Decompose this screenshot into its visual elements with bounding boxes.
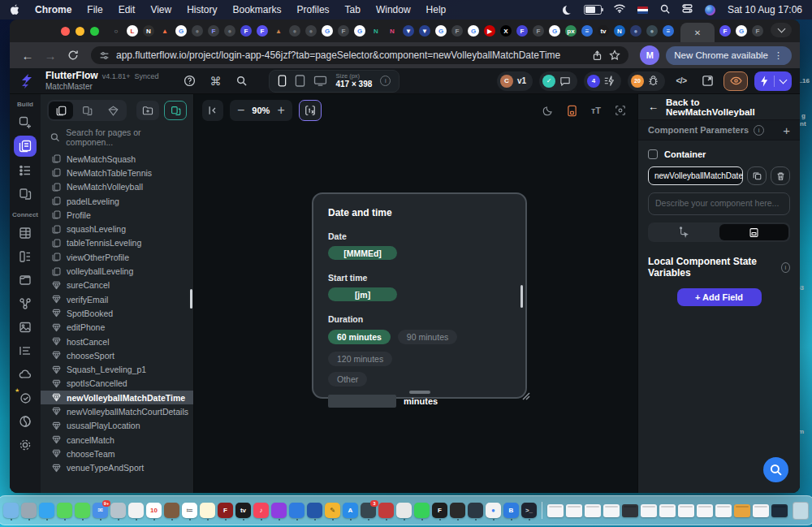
pinned-tab[interactable]: ≡ — [581, 25, 593, 37]
dock-minimized-window[interactable] — [659, 504, 676, 517]
pinned-tab[interactable]: N — [370, 25, 382, 37]
device-frame-toggle-icon[interactable] — [563, 105, 581, 117]
container-checkbox[interactable] — [648, 149, 658, 159]
page-list-item[interactable]: Profile — [41, 208, 193, 222]
rail-api-calls-button[interactable] — [14, 292, 37, 315]
branch-pill[interactable]: C v1 — [497, 71, 533, 91]
page-list-item[interactable]: padelLeveling — [41, 194, 193, 208]
dark-mode-toggle-icon[interactable] — [538, 106, 556, 116]
checks-pill[interactable]: ✓ — [539, 71, 577, 91]
pinned-tab[interactable]: ● — [646, 25, 658, 37]
dock-app-icon[interactable] — [164, 503, 179, 518]
duration-chip[interactable]: 90 minutes — [398, 330, 457, 344]
custom-minutes-input[interactable] — [328, 395, 396, 408]
pinned-tab[interactable]: F — [208, 25, 219, 37]
pinned-tab[interactable]: ▲ — [273, 25, 284, 37]
dock-app-icon[interactable] — [128, 503, 144, 518]
card-resize-handle[interactable] — [522, 389, 530, 404]
pinned-tab[interactable]: F — [516, 25, 528, 37]
dock-minimized-window[interactable] — [547, 504, 564, 517]
delete-component-button[interactable] — [771, 166, 790, 185]
component-list-item[interactable]: chooseTeam — [41, 447, 193, 460]
actions-pill[interactable]: 4 — [584, 71, 621, 91]
add-parameter-button[interactable]: + — [783, 123, 790, 137]
url-text[interactable]: app.flutterflow.io/project/login-app-456… — [116, 50, 585, 61]
page-list-item[interactable]: NewMatchSquash — [41, 152, 193, 166]
pinned-tab[interactable]: ▲ — [159, 25, 171, 37]
menu-file[interactable]: File — [87, 4, 102, 15]
minimize-window-button[interactable] — [76, 27, 84, 36]
date-value-pill[interactable]: [MMMEd] — [328, 246, 397, 260]
component-list-item[interactable]: chooseSport — [41, 348, 193, 362]
dock-app-icon[interactable]: ✎ — [325, 503, 340, 518]
pinned-tab[interactable]: ≡ — [663, 25, 674, 37]
card-scrollbar[interactable] — [520, 285, 523, 308]
chrome-update-pill[interactable]: New Chrome available ⋮ — [666, 46, 792, 65]
address-bar[interactable]: app.flutterflow.io/project/login-app-456… — [91, 46, 628, 64]
dock-minimized-window[interactable] — [641, 504, 657, 517]
pinned-tab[interactable]: N — [143, 25, 154, 37]
component-list-item[interactable]: newVolleyballMatchCourtDetails — [41, 404, 193, 418]
dock-app-icon[interactable]: >_ — [521, 503, 537, 518]
component-list-item[interactable]: newVolleyballMatchDateTime — [41, 391, 193, 404]
tablet-preview-button[interactable] — [295, 75, 305, 87]
duration-chip[interactable]: 60 minutes — [328, 330, 391, 344]
desktop-preview-button[interactable] — [313, 76, 327, 86]
phone-preview-button[interactable] — [278, 75, 287, 87]
page-list-item[interactable]: NewMatchVolleyball — [41, 180, 193, 194]
command-palette-icon[interactable]: ⌘ — [205, 72, 225, 90]
menu-profiles[interactable]: Profiles — [297, 4, 330, 15]
rail-page-selector-button[interactable] — [14, 136, 37, 157]
view-code-button[interactable]: </> — [672, 72, 691, 90]
run-button[interactable] — [754, 71, 792, 91]
component-list-item[interactable]: sureCancel — [41, 279, 193, 292]
copy-component-button[interactable] — [747, 166, 767, 185]
rail-app-values-button[interactable] — [14, 339, 37, 362]
pinned-tab[interactable]: F — [533, 25, 544, 37]
pinned-tab[interactable]: F — [451, 25, 463, 37]
pinned-tab[interactable]: G — [468, 25, 479, 37]
component-list-item[interactable]: spotIsCancelled — [41, 377, 193, 391]
page-list-item[interactable]: tableTennisLeveling — [41, 236, 193, 250]
dock-app-icon[interactable] — [450, 503, 465, 518]
menu-window[interactable]: Window — [376, 4, 411, 15]
start-time-label[interactable]: Start time — [328, 273, 511, 283]
component-list-item[interactable]: editPhone — [41, 321, 193, 335]
wifi-icon[interactable] — [614, 4, 625, 15]
open-in-new-button[interactable] — [698, 72, 717, 90]
dock-app-icon[interactable]: A — [343, 503, 358, 518]
canvas-settings-icon[interactable] — [611, 105, 629, 116]
browser-menu-icon[interactable]: ⋮ — [774, 50, 784, 61]
input-language-flag-icon[interactable] — [637, 6, 648, 14]
dock-minimized-window[interactable] — [753, 504, 769, 517]
dock-app-icon[interactable] — [396, 503, 412, 518]
back-button[interactable]: ← — [18, 45, 37, 65]
dock-app-icon[interactable]: F — [432, 503, 447, 518]
page-list-scrollbar[interactable] — [190, 289, 192, 309]
siri-icon[interactable] — [705, 5, 715, 15]
dock-app-icon[interactable]: ✉9+ — [93, 503, 108, 518]
pinned-tab[interactable]: L — [127, 25, 138, 37]
dock-app-icon[interactable] — [414, 503, 430, 518]
pinned-tab[interactable]: tv — [598, 25, 609, 37]
run-options-chevron-icon[interactable] — [780, 76, 788, 84]
parameters-info-icon[interactable]: i — [754, 125, 764, 136]
tab-widgets[interactable] — [101, 102, 125, 119]
dock-app-icon[interactable]: ♪ — [253, 503, 269, 518]
dock-app-icon[interactable] — [110, 503, 126, 518]
rail-firestore-button[interactable] — [14, 221, 37, 244]
canvas-variables-button[interactable] — [299, 100, 322, 121]
pinned-tab[interactable]: N — [387, 25, 398, 37]
rail-theme-button[interactable] — [14, 409, 37, 433]
component-list-item[interactable]: ususalPlayLocation — [41, 419, 193, 433]
dock-app-icon[interactable] — [75, 503, 90, 518]
rail-components-button[interactable] — [14, 182, 37, 205]
dock-app-icon[interactable]: B — [503, 503, 519, 518]
battery-icon[interactable] — [584, 5, 602, 15]
dock-minimized-window[interactable] — [697, 504, 713, 517]
add-component-button[interactable] — [164, 101, 187, 120]
duration-chip[interactable]: 120 minutes — [328, 352, 392, 366]
dock-minimized-window[interactable] — [771, 504, 788, 517]
back-navigation[interactable]: ← Back to NewMatchVolleyball — [648, 96, 790, 118]
menu-tab[interactable]: Tab — [345, 4, 361, 15]
